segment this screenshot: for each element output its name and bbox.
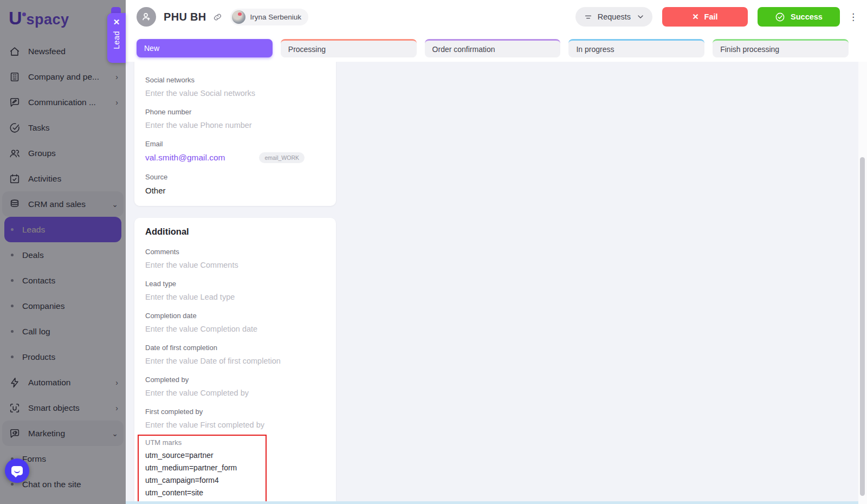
requests-label: Requests [598, 12, 631, 21]
stage-new[interactable]: New [137, 39, 273, 57]
pipeline-stages: New Processing Order confirmation In pro… [126, 34, 858, 62]
x-icon: ✕ [692, 12, 698, 21]
field-label: Lead type [145, 280, 325, 288]
field-placeholder[interactable]: Enter the value Date of first completion [145, 357, 325, 365]
scrollbar-track[interactable] [858, 62, 867, 504]
contact-creator-card: Content creator Social networks Enter th… [134, 62, 336, 206]
chevron-down-icon [636, 12, 645, 21]
stage-in-progress[interactable]: In progress [568, 39, 704, 57]
field-label: Date of first completion [145, 344, 325, 352]
field-label: Social networks [145, 76, 325, 84]
responsible-chip[interactable]: Iryna Serbeniuk [230, 9, 308, 25]
field-label: First completed by [145, 408, 325, 416]
source-value[interactable]: Other [145, 186, 325, 195]
field-label: Completed by [145, 376, 325, 384]
field-placeholder[interactable]: Enter the value Comments [145, 261, 325, 269]
lead-detail-panel: PHU BH Iryna Serbeniuk Requests ✕ Fail [126, 0, 867, 504]
panel-content: Content creator Social networks Enter th… [126, 62, 858, 504]
page-title: PHU BH [164, 11, 206, 23]
field-placeholder[interactable]: Enter the value Social networks [145, 89, 325, 98]
filter-icon [584, 12, 593, 22]
field-comments[interactable]: Comments Enter the value Comments [145, 248, 325, 269]
stage-finish-processing[interactable]: Finish processing [713, 39, 849, 57]
stage-label: Processing [288, 45, 326, 54]
utm-medium-value: utm_medium=partner_form [145, 462, 260, 474]
field-placeholder[interactable]: Enter the value Phone number [145, 121, 325, 130]
copy-link-icon[interactable] [212, 12, 223, 22]
field-date-first-completion[interactable]: Date of first completion Enter the value… [145, 344, 325, 365]
field-placeholder[interactable]: Enter the value First completed by [145, 421, 325, 429]
field-placeholder[interactable]: Enter the value Lead type [145, 293, 325, 301]
stage-label: In progress [576, 45, 614, 54]
scrollbar-thumb[interactable] [860, 157, 865, 496]
panel-header: PHU BH Iryna Serbeniuk Requests ✕ Fail [126, 0, 867, 34]
fail-label: Fail [704, 12, 718, 21]
chat-launcher-button[interactable] [5, 458, 29, 483]
utm-source-value: utm_source=partner [145, 449, 260, 462]
success-label: Success [791, 12, 823, 21]
more-menu-icon[interactable]: ⋮ [849, 16, 856, 18]
field-phone-number[interactable]: Phone number Enter the value Phone numbe… [145, 108, 325, 130]
stage-order-confirmation[interactable]: Order confirmation [425, 39, 561, 57]
responsible-name: Iryna Serbeniuk [250, 13, 301, 21]
field-label: Email [145, 140, 325, 148]
lead-tab-label: Lead [112, 31, 121, 49]
field-lead-type[interactable]: Lead type Enter the value Lead type [145, 280, 325, 301]
field-completed-by[interactable]: Completed by Enter the value Completed b… [145, 376, 325, 397]
chat-bubble-icon [11, 466, 23, 475]
check-circle-icon [775, 12, 785, 22]
field-label: Comments [145, 248, 325, 256]
field-label: Phone number [145, 108, 325, 116]
field-first-completed-by[interactable]: First completed by Enter the value First… [145, 408, 325, 429]
stage-label: Finish processing [720, 45, 779, 54]
card-title: Content creator [145, 62, 325, 63]
field-completion-date[interactable]: Completion date Enter the value Completi… [145, 312, 325, 333]
card-title: Additional [145, 227, 325, 237]
fail-button[interactable]: ✕ Fail [662, 7, 748, 27]
utm-content-value: utm_content=site [145, 487, 260, 499]
stage-label: Order confirmation [432, 45, 495, 54]
lead-side-tab[interactable]: ✕ Lead [107, 13, 126, 63]
field-label: Source [145, 173, 325, 181]
field-placeholder[interactable]: Enter the value Completed by [145, 389, 325, 397]
field-placeholder[interactable]: Enter the value Completion date [145, 325, 325, 333]
success-button[interactable]: Success [758, 7, 840, 27]
field-social-networks[interactable]: Social networks Enter the value Social n… [145, 76, 325, 98]
field-label: Completion date [145, 312, 325, 320]
responsible-avatar [232, 10, 245, 24]
utm-marks-highlight-box: UTM marks utm_source=partner utm_medium=… [138, 435, 267, 504]
lead-avatar[interactable] [137, 7, 156, 27]
stage-processing[interactable]: Processing [281, 39, 417, 57]
field-source[interactable]: Source Other [145, 173, 325, 195]
field-email[interactable]: Email val.smith@gmail.com email_WORK [145, 140, 325, 163]
close-icon[interactable]: ✕ [113, 18, 120, 26]
requests-dropdown[interactable]: Requests [575, 7, 652, 27]
utm-campaign-value: utm_campaign=form4 [145, 474, 260, 487]
utm-marks-label: UTM marks [145, 438, 260, 447]
additional-card: Additional Comments Enter the value Comm… [134, 218, 336, 504]
stage-label: New [144, 44, 159, 53]
bottom-edge-bar [126, 501, 858, 504]
email-type-badge: email_WORK [259, 152, 305, 163]
